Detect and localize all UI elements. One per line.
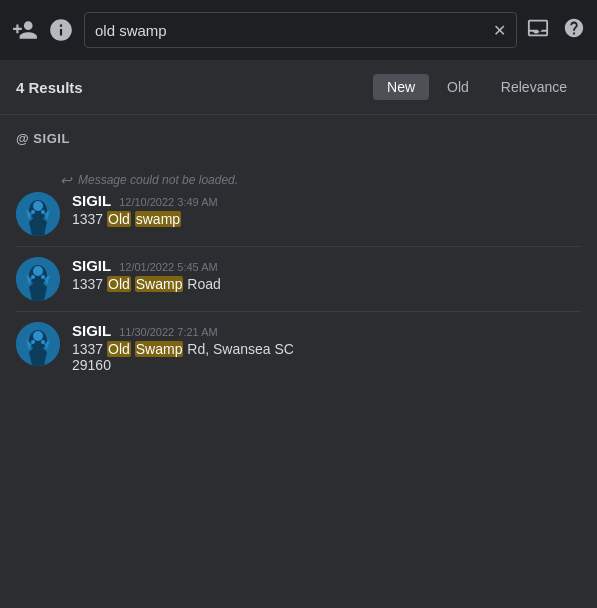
message-author: SIGIL (72, 192, 111, 209)
reply-text: Message could not be loaded. (78, 173, 238, 187)
svg-point-21 (41, 340, 45, 344)
message-timestamp: 12/01/2022 5:45 AM (119, 261, 217, 273)
message-list: ↩ Message could not be loaded. (0, 162, 597, 383)
highlight-old: Old (107, 341, 131, 357)
message-content: SIGIL 11/30/2022 7:21 AM 1337 Old Swamp … (72, 322, 581, 373)
results-header: 4 Results New Old Relevance (0, 60, 597, 115)
message-meta: SIGIL 11/30/2022 7:21 AM (72, 322, 581, 339)
channel-section: @ SIGIL (0, 115, 597, 162)
message-meta: SIGIL 12/01/2022 5:45 AM (72, 257, 581, 274)
message-timestamp: 11/30/2022 7:21 AM (119, 326, 217, 338)
table-row[interactable]: SIGIL 12/01/2022 5:45 AM 1337 Old Swamp … (0, 247, 597, 311)
table-row[interactable]: ↩ Message could not be loaded. (0, 162, 597, 246)
svg-point-5 (41, 210, 45, 214)
help-icon[interactable] (563, 17, 585, 44)
message-text: 1337 Old Swamp Road (72, 276, 581, 292)
avatar (16, 257, 60, 301)
message-author: SIGIL (72, 257, 111, 274)
svg-point-10 (33, 266, 43, 276)
channel-label: @ SIGIL (16, 131, 581, 146)
clear-search-icon[interactable]: ✕ (493, 21, 506, 40)
svg-point-4 (31, 210, 35, 214)
filter-tab-relevance[interactable]: Relevance (487, 74, 581, 100)
highlight-swamp: Swamp (135, 341, 184, 357)
message-text: 1337 Old Swamp Rd, Swansea SC29160 (72, 341, 581, 373)
message-content: SIGIL 12/10/2022 3:49 AM 1337 Old swamp (72, 192, 581, 236)
add-friend-icon[interactable] (12, 17, 38, 43)
message-timestamp: 12/10/2022 3:49 AM (119, 196, 217, 208)
avatar (16, 322, 60, 366)
message-meta: SIGIL 12/10/2022 3:49 AM (72, 192, 581, 209)
message-content: SIGIL 12/01/2022 5:45 AM 1337 Old Swamp … (72, 257, 581, 301)
avatar (16, 192, 60, 236)
reply-indicator: ↩ Message could not be loaded. (16, 172, 581, 188)
inbox-icon[interactable] (527, 17, 549, 44)
highlight-swamp: Swamp (135, 276, 184, 292)
results-count: 4 Results (16, 79, 353, 96)
svg-point-20 (31, 340, 35, 344)
svg-point-18 (33, 331, 43, 341)
filter-tab-new[interactable]: New (373, 74, 429, 100)
highlight-old: Old (107, 276, 131, 292)
filter-tab-old[interactable]: Old (433, 74, 483, 100)
filter-tabs: New Old Relevance (373, 74, 581, 100)
search-input[interactable] (95, 22, 493, 39)
toolbar: ✕ (0, 0, 597, 60)
search-bar: ✕ (84, 12, 517, 48)
table-row[interactable]: SIGIL 11/30/2022 7:21 AM 1337 Old Swamp … (0, 312, 597, 383)
message-text: 1337 Old swamp (72, 211, 581, 227)
reply-arrow-icon: ↩ (60, 172, 72, 188)
svg-point-12 (31, 275, 35, 279)
highlight-old: Old (107, 211, 131, 227)
svg-point-2 (33, 201, 43, 211)
recent-mentions-icon[interactable] (48, 17, 74, 43)
message-author: SIGIL (72, 322, 111, 339)
svg-point-13 (41, 275, 45, 279)
highlight-swamp: swamp (135, 211, 181, 227)
toolbar-right-icons (527, 17, 585, 44)
